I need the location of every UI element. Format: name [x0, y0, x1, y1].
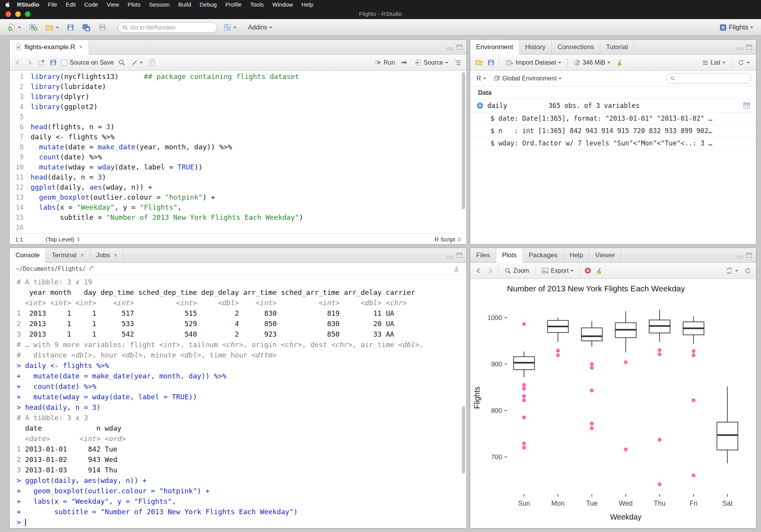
zoom-window-button[interactable] [25, 11, 31, 17]
new-project-button[interactable]: R [27, 22, 39, 33]
document-outline-icon[interactable] [454, 59, 462, 67]
clear-all-plots-icon[interactable] [596, 267, 603, 274]
y-tick-label: 800 [491, 407, 502, 414]
code-line-16: 16 [10, 222, 466, 233]
close-window-button[interactable] [5, 11, 11, 17]
menu-view[interactable]: View [102, 1, 123, 8]
minimize-pane-icon[interactable] [447, 44, 453, 50]
tab-files[interactable]: Files [470, 248, 496, 262]
tab-plots[interactable]: Plots [496, 248, 523, 263]
tab-environment[interactable]: Environment [470, 40, 519, 55]
scope-selector[interactable]: (Top Level) [46, 236, 80, 243]
source-tabbar: R flights-example.R × [10, 40, 466, 55]
menu-tools[interactable]: Tools [246, 1, 268, 8]
tab-jobs[interactable]: Jobs× [90, 248, 123, 262]
new-file-button[interactable] [6, 22, 22, 33]
menu-help[interactable]: Help [297, 1, 318, 8]
language-selector[interactable]: R [475, 74, 488, 83]
forward-icon[interactable] [26, 59, 33, 66]
menu-rstudio[interactable]: RStudio [13, 1, 44, 8]
tab-tutorial[interactable]: Tutorial [600, 40, 634, 54]
publish-button[interactable] [724, 266, 740, 275]
save-all-button[interactable] [81, 22, 92, 33]
source-on-save-label: Source on Save [70, 59, 114, 66]
maximize-pane-icon[interactable] [746, 44, 752, 50]
menu-plots[interactable]: Plots [123, 1, 145, 8]
run-button[interactable]: Run [373, 58, 396, 67]
previous-plot-icon[interactable] [475, 267, 482, 274]
console-output[interactable]: # A tibble: 3 x 19 year month day dep_ti… [10, 275, 466, 527]
addins-menu[interactable]: Addins [247, 23, 274, 32]
export-button[interactable]: Export [540, 266, 575, 275]
view-dataframe-icon[interactable] [743, 102, 751, 109]
zoom-button[interactable]: Zoom [503, 266, 531, 275]
clear-console-icon[interactable] [453, 265, 460, 272]
menu-session[interactable]: Session [145, 1, 174, 8]
tab-terminal[interactable]: Terminal× [46, 248, 90, 262]
code-tools-button[interactable] [130, 58, 144, 67]
tab-connections[interactable]: Connections [552, 40, 600, 54]
find-replace-icon[interactable] [118, 59, 125, 66]
close-tab-icon[interactable]: × [80, 252, 84, 259]
file-type-selector[interactable]: R Script [435, 236, 461, 243]
apple-menu-icon[interactable] [5, 2, 10, 7]
open-file-button[interactable] [44, 22, 60, 33]
save-button[interactable] [65, 22, 76, 33]
project-menu[interactable]: R Flights [718, 22, 755, 33]
maximize-pane-icon[interactable] [456, 44, 463, 50]
editor-scrollbar[interactable] [461, 72, 466, 232]
save-icon[interactable] [50, 59, 57, 66]
tab-help[interactable]: Help [564, 248, 589, 262]
memory-usage-button[interactable]: 346 MiB [572, 58, 612, 67]
chevron-down-icon [558, 62, 561, 65]
save-workspace-icon[interactable] [487, 59, 495, 66]
tab-viewer[interactable]: Viewer [589, 248, 621, 262]
minimize-pane-icon[interactable] [737, 44, 743, 50]
menu-edit[interactable]: Edit [62, 1, 80, 8]
minimize-pane-icon[interactable] [737, 253, 743, 258]
close-tab-icon[interactable]: × [78, 44, 82, 51]
goto-input[interactable] [130, 24, 213, 31]
menu-file[interactable]: File [44, 1, 62, 8]
menu-code[interactable]: Code [80, 1, 103, 8]
expand-object-icon[interactable] [476, 102, 483, 109]
pane-layout-button[interactable] [222, 22, 238, 33]
menu-debug[interactable]: Debug [195, 1, 221, 8]
code-line-7: 7daily <- flights %>% [10, 132, 466, 142]
import-dataset-button[interactable]: Import Dataset [504, 58, 563, 68]
load-workspace-icon[interactable] [475, 58, 483, 67]
open-in-new-window-icon[interactable] [38, 59, 45, 67]
source-button[interactable]: Source [413, 58, 450, 67]
menu-build[interactable]: Build [174, 1, 195, 8]
menu-window[interactable]: Window [268, 1, 297, 8]
list-view-button[interactable]: List [700, 58, 727, 67]
clear-environment-icon[interactable] [616, 59, 624, 66]
refresh-plot-icon[interactable] [744, 267, 751, 274]
back-icon[interactable] [14, 59, 22, 66]
minimize-pane-icon[interactable] [447, 253, 453, 258]
goto-directory-icon[interactable] [89, 266, 95, 272]
tab-console[interactable]: Console [10, 248, 46, 263]
console-scrollbar[interactable] [461, 277, 466, 526]
tab-packages[interactable]: Packages [523, 248, 564, 262]
maximize-pane-icon[interactable] [746, 253, 752, 258]
code-line-5: 5 [10, 112, 466, 122]
print-button[interactable] [97, 22, 108, 33]
source-on-save-toggle[interactable]: Source on Save [61, 59, 114, 66]
source-on-save-checkbox[interactable] [61, 60, 67, 66]
tab-history[interactable]: History [519, 40, 552, 54]
env-object-daily[interactable]: daily 365 obs. of 3 variables [470, 99, 756, 113]
code-editor[interactable]: 1library(nycflights13) ## package contai… [10, 71, 466, 233]
environment-selector[interactable]: Global Environment [492, 74, 564, 83]
close-tab-icon[interactable]: × [113, 252, 117, 259]
remove-plot-icon[interactable] [584, 267, 591, 274]
minimize-window-button[interactable] [15, 11, 21, 17]
compile-report-icon[interactable] [149, 59, 156, 66]
tab-flights-example[interactable]: R flights-example.R × [10, 40, 89, 55]
next-plot-icon[interactable] [487, 267, 494, 274]
environment-search-input[interactable] [678, 75, 747, 82]
maximize-pane-icon[interactable] [456, 253, 463, 258]
rerun-icon[interactable] [401, 59, 408, 67]
menu-profile[interactable]: Profile [221, 1, 246, 8]
refresh-environment-button[interactable] [736, 58, 751, 67]
